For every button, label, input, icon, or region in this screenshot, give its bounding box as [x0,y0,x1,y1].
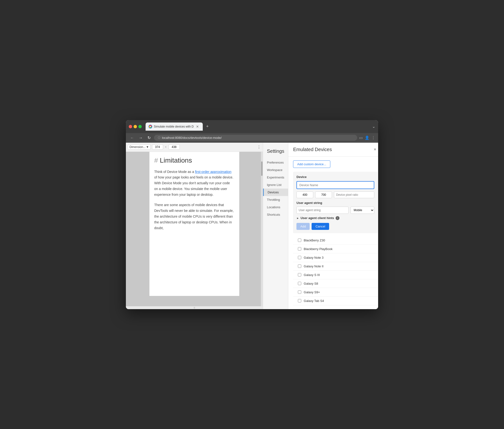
user-agent-label: User agent string [297,201,374,205]
profile-icon[interactable]: 👤 [365,135,369,140]
active-tab[interactable]: Simulate mobile devices with D ✕ [145,123,203,131]
forward-button[interactable]: → [137,135,144,141]
form-actions: Add Cancel [297,223,374,230]
height-input[interactable] [169,144,180,150]
cancel-device-button[interactable]: Cancel [312,223,329,230]
address-bar-right: ▭ 👤 ⋮ [359,135,375,140]
device-label-galaxy-s9-plus: Galaxy S9+ [304,290,373,294]
device-name-input[interactable] [297,181,374,189]
device-dims [297,191,374,198]
device-form-label: Device [297,175,374,179]
device-checkbox-galaxy-note-ii[interactable] [298,264,301,268]
list-item: Galaxy S8 [293,279,378,288]
main-area: Dimension... ▼ × ⋮ # Limitations Think [126,143,378,309]
list-item: Galaxy S9+ [293,288,378,297]
paragraph-2: There are some aspects of mobile devices… [154,202,234,231]
security-icon: ⓘ [158,136,161,140]
device-pixel-ratio-input[interactable] [334,191,374,198]
split-screen-icon[interactable]: ▭ [359,135,363,140]
emulated-devices-title: Emulated Devices [293,147,332,152]
device-checkbox-blackberry-playbook[interactable] [298,247,301,250]
sidebar-item-workspace[interactable]: Workspace [263,166,288,174]
sidebar-item-preferences[interactable]: Preferences [263,159,288,166]
list-item: Galaxy Note 3 [293,253,378,262]
list-item: Blackberry PlayBook [293,245,378,253]
list-item: Galaxy Tab S4 [293,297,378,305]
settings-content-header: Emulated Devices × [288,143,378,157]
content-viewport: # Limitations Think of Device Mode as a … [126,152,263,306]
add-custom-device-button[interactable]: Add custom device... [293,161,330,168]
settings-panel: Settings Preferences Workspace Experimen… [263,143,378,309]
traffic-lights [129,125,142,128]
back-button[interactable]: ← [129,135,135,141]
viewport-scrollbar[interactable] [261,152,263,306]
sidebar-item-devices[interactable]: Devices [263,188,288,196]
svg-point-1 [150,126,151,127]
info-icon[interactable]: i [336,216,339,220]
devtools-toolbar: Dimension... ▼ × ⋮ [126,143,263,152]
sidebar-item-throttling[interactable]: Throttling [263,196,288,204]
toolbar-more-icon[interactable]: ⋮ [257,145,261,149]
more-options-icon[interactable]: ⋮ [371,135,375,140]
ua-hints-label: User agent client hints [300,216,334,220]
paragraph-1: Think of Device Mode as a first-order ap… [154,169,234,198]
sidebar-item-experiments[interactable]: Experiments [263,174,288,181]
device-height-input[interactable] [315,191,332,198]
new-tab-button[interactable]: + [204,123,211,130]
add-device-submit-button[interactable]: Add [297,223,310,230]
window-menu-icon[interactable]: ⌄ [372,124,375,129]
device-checkbox-galaxy-s9-plus[interactable] [298,290,301,294]
device-checkbox-galaxy-s8[interactable] [298,282,301,285]
emulated-body: Add custom device... Device User agent s… [288,157,378,309]
address-bar: ← → ↻ ⓘ localhost:8080/docs/devtools/dev… [126,133,378,143]
mobile-content: # Limitations Think of Device Mode as a … [149,152,239,296]
device-label-galaxy-note-3: Galaxy Note 3 [304,256,373,259]
minimize-window-button[interactable] [134,125,137,128]
sidebar-item-locations[interactable]: Locations [263,204,288,211]
settings-content: Emulated Devices × Add custom device... … [288,143,378,309]
device-form: Device User agent string Mobile [293,172,378,233]
title-bar: Simulate mobile devices with D ✕ + ⌄ [126,120,378,133]
device-width-input[interactable] [297,191,313,198]
device-checkbox-galaxy-s-iii[interactable] [298,273,301,277]
user-agent-string-input[interactable] [297,206,349,214]
resize-handle-icon: ≡ [193,306,195,309]
ua-hints-row: ► User agent client hints i [297,216,374,220]
settings-sidebar: Settings Preferences Workspace Experimen… [263,143,288,309]
first-order-link[interactable]: first-order approximation [195,170,232,174]
dropdown-chevron-icon: ▼ [146,145,149,149]
close-settings-button[interactable]: × [372,146,378,152]
sidebar-item-ignore-list[interactable]: Ignore List [263,181,288,188]
maximize-window-button[interactable] [138,125,142,128]
device-label-galaxy-s-iii: Galaxy S III [304,273,373,277]
tab-title: Simulate mobile devices with D [154,125,194,128]
dimension-dropdown[interactable]: Dimension... ▼ [128,144,151,150]
device-label-blackberry-z30: BlackBerry Z30 [304,239,373,242]
title-bar-right: ⌄ [372,124,375,129]
tab-close-button[interactable]: ✕ [195,124,200,129]
tab-favicon-icon [148,125,152,128]
resize-handle[interactable]: ≡ [126,306,263,309]
device-checkbox-galaxy-note-3[interactable] [298,256,301,259]
user-agent-type-select[interactable]: Mobile Desktop Tablet [351,206,374,214]
device-label-galaxy-tab-s4: Galaxy Tab S4 [304,299,373,303]
sidebar-item-shortcuts[interactable]: Shortcuts [263,211,288,218]
url-bar[interactable]: ⓘ localhost:8080/docs/devtools/device-mo… [154,135,357,141]
page-heading: # Limitations [154,157,234,164]
scrollbar-thumb[interactable] [261,161,262,176]
width-input[interactable] [152,144,163,150]
ua-hints-toggle[interactable]: ► [297,217,299,220]
device-checkbox-blackberry-z30[interactable] [298,239,301,242]
viewport-panel: Dimension... ▼ × ⋮ # Limitations Think [126,143,263,309]
browser-window: Simulate mobile devices with D ✕ + ⌄ ← →… [126,120,378,309]
dimension-separator: × [165,145,167,149]
close-window-button[interactable] [129,125,132,128]
refresh-button[interactable]: ↻ [146,135,152,141]
settings-title: Settings [263,146,288,159]
list-item: Galaxy Note II [293,262,378,271]
device-checkbox-galaxy-tab-s4[interactable] [298,299,301,302]
user-agent-row: Mobile Desktop Tablet [297,206,374,214]
device-label-blackberry-playbook: Blackberry PlayBook [304,247,373,251]
tab-bar: Simulate mobile devices with D ✕ + [145,123,370,131]
device-list: BlackBerry Z30 Blackberry PlayBook Galax… [293,236,378,305]
